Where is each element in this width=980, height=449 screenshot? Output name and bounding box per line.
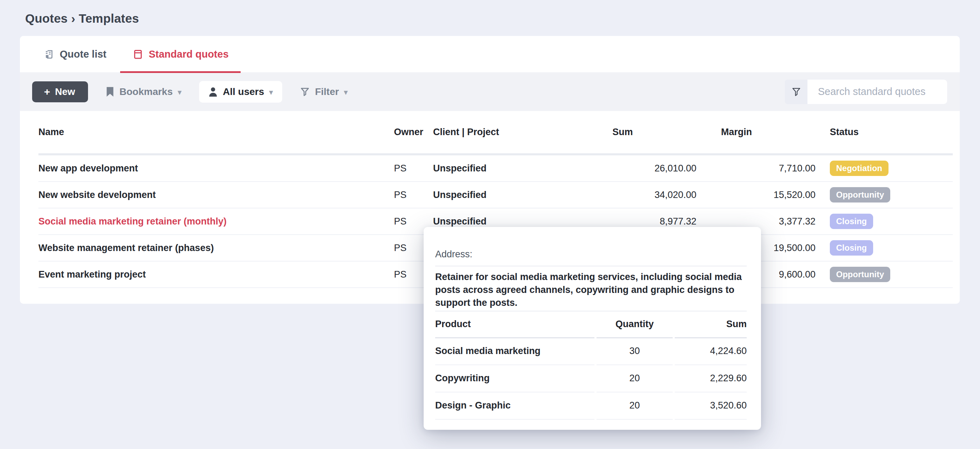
- filter-label: Filter: [315, 86, 339, 97]
- filter-button[interactable]: Filter ▾: [298, 86, 350, 98]
- tab-quote-list[interactable]: Quote list: [44, 36, 107, 72]
- quote-name-cell[interactable]: Event marketing project: [38, 269, 394, 280]
- chevron-down-icon: ▾: [269, 88, 273, 96]
- standard-quotes-icon: [133, 49, 143, 59]
- chevron-down-icon: ▾: [178, 88, 182, 96]
- status-badge: Opportunity: [830, 267, 890, 282]
- product-sum-cell: 3,520.60: [675, 392, 747, 420]
- status-cell: Negotiation: [816, 160, 953, 176]
- quantity-cell: 20: [597, 365, 673, 392]
- client-cell: Unspecified: [433, 190, 566, 200]
- quantity-cell: 20: [597, 392, 673, 420]
- tabs-bar: Quote list Standard quotes: [20, 36, 960, 72]
- plus-icon: +: [44, 87, 50, 97]
- breadcrumb: Quotes › Templates: [25, 11, 139, 25]
- margin-cell: 3,377.32: [697, 216, 816, 227]
- all-users-label: All users: [223, 86, 264, 97]
- quote-preview-popover: Address: Retainer for social media marke…: [424, 227, 761, 430]
- popover-divider: [435, 266, 747, 267]
- quote-name-cell[interactable]: Social media marketing retainer (monthly…: [38, 216, 394, 227]
- tab-standard-quotes-label: Standard quotes: [149, 49, 229, 60]
- margin-cell: 7,710.00: [697, 163, 816, 174]
- quote-name-cell[interactable]: New app development: [38, 163, 394, 174]
- status-badge: Closing: [830, 214, 873, 229]
- popover-product-row: Social media marketing 30 4,224.60: [435, 338, 747, 365]
- bookmark-icon: [105, 87, 115, 97]
- column-header-name[interactable]: Name: [38, 127, 394, 138]
- status-badge: Opportunity: [830, 187, 890, 203]
- search-bar: [785, 79, 947, 104]
- owner-cell: PS: [394, 216, 433, 227]
- table-row[interactable]: New app development PS Unspecified 26,01…: [38, 155, 953, 182]
- search-input[interactable]: [807, 79, 947, 104]
- status-cell: Opportunity: [816, 187, 953, 203]
- product-cell: Copywriting: [435, 365, 594, 392]
- product-sum-cell: 2,229.60: [675, 365, 747, 392]
- address-label: Address:: [435, 227, 747, 259]
- status-cell: Closing: [816, 214, 953, 229]
- column-header-sum[interactable]: Sum: [566, 127, 697, 138]
- sum-cell: 8,977.32: [566, 216, 697, 227]
- quote-list-icon: [44, 49, 54, 59]
- user-icon: [208, 87, 218, 97]
- quotes-table-header: Name Owner Client | Project Sum Margin S…: [38, 111, 953, 155]
- status-badge: Negotiation: [830, 160, 888, 176]
- status-cell: Closing: [816, 240, 953, 255]
- status-badge: Closing: [830, 240, 873, 255]
- margin-cell: 15,520.00: [697, 190, 816, 200]
- quote-name-cell[interactable]: New website development: [38, 190, 394, 200]
- popover-product-row: Copywriting 20 2,229.60: [435, 365, 747, 392]
- quote-description: Retainer for social media marketing serv…: [435, 271, 747, 309]
- search-funnel-icon: [791, 87, 802, 97]
- owner-cell: PS: [394, 163, 433, 174]
- column-header-margin[interactable]: Margin: [697, 127, 816, 138]
- popover-column-product: Product: [435, 311, 594, 338]
- new-button[interactable]: + New: [32, 81, 88, 102]
- new-button-label: New: [55, 86, 75, 97]
- all-users-dropdown[interactable]: All users ▾: [199, 81, 282, 103]
- product-sum-cell: 4,224.60: [675, 337, 747, 365]
- column-header-client-project[interactable]: Client | Project: [433, 127, 566, 138]
- column-header-owner[interactable]: Owner: [394, 127, 433, 138]
- tab-standard-quotes[interactable]: Standard quotes: [133, 36, 229, 72]
- popover-table-header: Product Quantity Sum: [435, 311, 747, 338]
- tab-quote-list-label: Quote list: [60, 49, 107, 60]
- bookmarks-button[interactable]: Bookmarks ▾: [103, 86, 184, 98]
- popover-product-row: Design - Graphic 20 3,520.60: [435, 392, 747, 419]
- sum-cell: 26,010.00: [566, 163, 697, 174]
- client-cell: Unspecified: [433, 163, 566, 174]
- bookmarks-label: Bookmarks: [119, 86, 173, 97]
- filter-funnel-icon: [300, 87, 310, 97]
- search-filter-button[interactable]: [785, 79, 807, 104]
- client-cell: Unspecified: [433, 216, 566, 227]
- sum-cell: 34,020.00: [566, 190, 697, 200]
- popover-column-sum: Sum: [675, 311, 747, 338]
- quantity-cell: 30: [597, 337, 673, 365]
- popover-table-body: Social media marketing 30 4,224.60 Copyw…: [435, 338, 747, 419]
- chevron-down-icon: ▾: [344, 88, 348, 96]
- product-cell: Design - Graphic: [435, 392, 594, 420]
- popover-column-quantity: Quantity: [597, 311, 673, 338]
- table-row[interactable]: New website development PS Unspecified 3…: [38, 182, 953, 208]
- toolbar: + New Bookmarks ▾ All users ▾: [20, 72, 960, 111]
- column-header-status[interactable]: Status: [816, 127, 953, 138]
- status-cell: Opportunity: [816, 267, 953, 282]
- product-cell: Social media marketing: [435, 337, 594, 365]
- quote-name-cell[interactable]: Website management retainer (phases): [38, 243, 394, 254]
- owner-cell: PS: [394, 190, 433, 200]
